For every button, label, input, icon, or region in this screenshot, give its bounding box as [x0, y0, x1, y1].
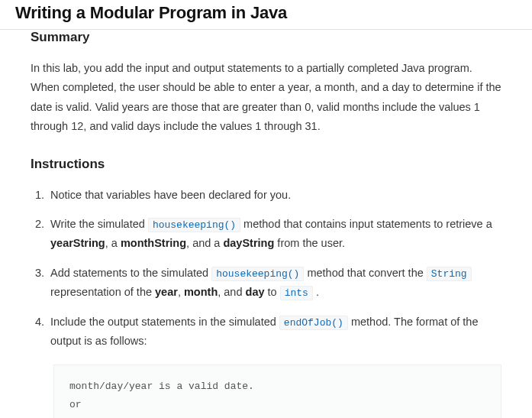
i2-code1: housekeeping() — [148, 218, 240, 232]
summary-section: Summary In this lab, you add the input a… — [31, 30, 501, 137]
i2-p1: Write the simulated — [50, 218, 148, 230]
i3-b1: year — [155, 286, 178, 298]
i2-p2: method that contains input statements to… — [240, 218, 492, 230]
instruction-item-4: Include the output statements in the sim… — [47, 313, 501, 418]
instruction-item-3: Add statements to the simulated housekee… — [47, 264, 501, 302]
i3-p5: , and — [218, 286, 245, 298]
i2-b3: dayString — [223, 237, 274, 249]
i2-b1: yearString — [50, 237, 105, 249]
instructions-list: Notice that variables have been declared… — [31, 186, 501, 419]
i3-p1: Add statements to the simulated — [50, 267, 211, 279]
i3-code2: String — [427, 267, 472, 281]
i3-p6: to — [265, 286, 280, 298]
i3-p3: representation of the — [50, 286, 155, 298]
instructions-heading: Instructions — [31, 157, 501, 172]
i3-code3: ints — [280, 286, 313, 300]
content-area: Summary In this lab, you add the input a… — [0, 30, 532, 418]
summary-body: In this lab, you add the input and outpu… — [31, 59, 501, 137]
i3-code1: housekeeping() — [211, 267, 304, 281]
i3-p4: , — [178, 286, 184, 298]
instruction-item-2: Write the simulated housekeeping() metho… — [47, 215, 501, 253]
i3-b2: month — [184, 286, 218, 298]
output-format-block: month/day/year is a valid date. or month… — [53, 365, 501, 418]
i3-b3: day — [246, 286, 265, 298]
instruction-1-text: Notice that variables have been declared… — [50, 189, 291, 201]
i2-b2: monthString — [121, 237, 186, 249]
i3-p2: method that convert the — [304, 267, 426, 279]
i2-p3: , a — [105, 237, 121, 249]
i2-p4: , and a — [186, 237, 223, 249]
i4-p1: Include the output statements in the sim… — [50, 316, 279, 328]
instruction-item-1: Notice that variables have been declared… — [47, 186, 501, 205]
i3-p7: . — [313, 286, 319, 298]
i4-code1: endOfJob() — [279, 316, 348, 330]
page-title: Writing a Modular Program in Java — [15, 3, 517, 23]
title-bar: Writing a Modular Program in Java — [0, 0, 532, 29]
summary-heading: Summary — [31, 30, 501, 45]
i2-p5: from the user. — [274, 237, 345, 249]
